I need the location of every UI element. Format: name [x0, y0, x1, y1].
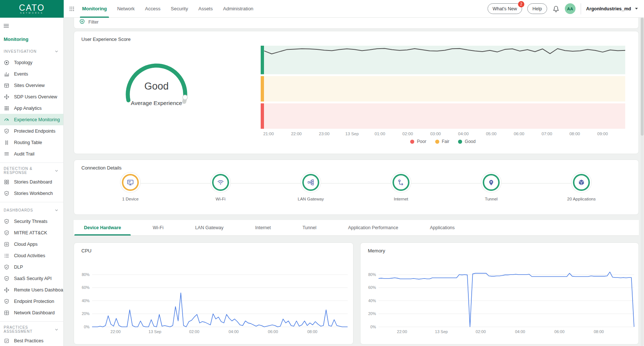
- sidebar-section-detection-response[interactable]: DETECTION & RESPONSE: [0, 165, 63, 176]
- connection-node-label: 20 Applications: [567, 197, 595, 201]
- tab-internet[interactable]: Internet: [246, 220, 280, 235]
- gauge-value-label: Good: [120, 81, 193, 92]
- avatar[interactable]: AA: [565, 3, 576, 14]
- sidebar-item-cloud-apps[interactable]: Cloud Apps: [0, 238, 63, 250]
- legend-dot: [435, 140, 439, 144]
- svg-text:0%: 0%: [370, 325, 376, 329]
- sidebar-item-topology[interactable]: Topology: [0, 57, 63, 68]
- tab-wi-fi[interactable]: Wi-Fi: [143, 220, 173, 235]
- sidebar-item-remote-users-dashboard[interactable]: Remote Users Dashboard: [0, 284, 63, 296]
- sites-overview-icon: [4, 83, 10, 88]
- nav-item-administration[interactable]: Administration: [223, 0, 253, 18]
- connection-node-1-device[interactable]: 1 Device: [103, 174, 158, 201]
- tab-device-hardware[interactable]: Device Hardware: [74, 220, 131, 235]
- sidebar-item-endpoint-protection[interactable]: Endpoint Protection: [0, 296, 63, 307]
- chevron-down-icon: [54, 49, 59, 54]
- sidebar-item-security-threats[interactable]: Security Threats: [0, 216, 63, 227]
- caret-down-icon: [634, 6, 639, 11]
- sidebar-section-dashboards[interactable]: DASHBOARDS: [0, 205, 63, 216]
- sidebar-item-network-dashboard[interactable]: Network Dashboard: [0, 307, 63, 318]
- sidebar-item-mitre-att-ck[interactable]: MITRE ATT&CK: [0, 227, 63, 238]
- cato-logo[interactable]: CATO NETWORKS: [0, 0, 64, 18]
- shield-check-icon: [4, 276, 10, 282]
- sidebar-item-label: MITRE ATT&CK: [14, 230, 47, 235]
- sidebar-item-routing-table[interactable]: Routing Table: [0, 137, 63, 148]
- legend-item-good[interactable]: Good: [458, 139, 475, 144]
- nav-item-access[interactable]: Access: [145, 0, 161, 18]
- svg-text:04:00: 04:00: [515, 329, 525, 334]
- list-icon: [4, 253, 10, 259]
- connection-node-internet[interactable]: Internet: [373, 174, 429, 201]
- svg-text:02:00: 02:00: [476, 329, 486, 334]
- notifications-bell-icon[interactable]: [552, 5, 560, 13]
- app-launcher-icon[interactable]: [69, 6, 75, 12]
- svg-text:80%: 80%: [368, 272, 376, 277]
- chevron-down-icon: [54, 327, 59, 332]
- wifi-icon: [212, 174, 229, 191]
- help-label: Help: [532, 6, 542, 11]
- sidebar-item-dlp[interactable]: DLP: [0, 261, 63, 273]
- svg-text:04:00: 04:00: [458, 132, 469, 136]
- svg-text:0%: 0%: [84, 325, 89, 329]
- legend-dot: [410, 140, 414, 144]
- connection-details-card: Connection Details 1 DeviceWi-FiLAN Gate…: [74, 160, 639, 215]
- whats-new-button[interactable]: What's New 2: [488, 3, 522, 14]
- account-menu[interactable]: ArgonIndustries_md: [586, 6, 639, 11]
- sidebar-item-sites-overview[interactable]: Sites Overview: [0, 80, 63, 91]
- connection-node-wi-fi[interactable]: Wi-Fi: [193, 174, 248, 201]
- svg-text:07:00: 07:00: [542, 132, 552, 136]
- shield-check-icon: [4, 128, 10, 134]
- sidebar-item-events[interactable]: Events: [0, 68, 63, 80]
- connection-nodes: 1 DeviceWi-FiLAN GatewayInternetTunnel20…: [74, 160, 638, 214]
- sidebar-item-sdp-users-overview[interactable]: SDP Users Overview: [0, 91, 63, 102]
- sidebar-item-audit-trail[interactable]: Audit Trail: [0, 148, 63, 160]
- cpu-chart-holder: 0%20%40%60%80%22:0013 Sep02:0004:0006:00…: [74, 253, 350, 343]
- svg-text:80%: 80%: [82, 272, 89, 277]
- add-filter-button[interactable]: Filter: [74, 18, 99, 28]
- sidebar-item-app-analytics[interactable]: App Analytics: [0, 102, 63, 114]
- vertical-scrollbar[interactable]: [641, 18, 644, 346]
- sidebar-item-cloud-activities[interactable]: Cloud Activities: [0, 250, 63, 261]
- svg-text:20%: 20%: [368, 311, 376, 316]
- scrollbar-thumb[interactable]: [641, 18, 644, 136]
- gauge-caption: Average Experience: [120, 100, 193, 106]
- tab-applications[interactable]: Applications: [420, 220, 464, 235]
- nav-item-monitoring[interactable]: Monitoring: [82, 0, 107, 18]
- memory-card-title: Memory: [368, 248, 385, 254]
- tab-lan-gateway[interactable]: LAN Gateway: [186, 220, 233, 235]
- svg-text:22:00: 22:00: [110, 329, 121, 334]
- device-icon: [122, 174, 139, 191]
- header-actions: What's New 2 Help AA ArgonIndustries_md: [488, 3, 644, 14]
- sidebar-item-label: Cloud Activities: [14, 253, 45, 258]
- svg-text:04:00: 04:00: [229, 329, 239, 334]
- sidebar-item-experience-monitoring[interactable]: Experience Monitoring: [0, 114, 63, 125]
- sidebar-item-stories-dashboard[interactable]: Stories Dashboard: [0, 176, 63, 188]
- sidebar-section-practices-assessment[interactable]: PRACTICES ASSESSMENT: [0, 324, 63, 335]
- hamburger-icon[interactable]: [3, 22, 10, 29]
- score-band-chart: 21:0022:0023:0013 Sep01:0002:0003:0004:0…: [261, 46, 625, 139]
- connection-node-lan-gateway[interactable]: LAN Gateway: [283, 174, 338, 201]
- nav-item-network[interactable]: Network: [117, 0, 135, 18]
- legend-item-fair[interactable]: Fair: [435, 139, 450, 144]
- cpu-card-title: CPU: [81, 248, 91, 254]
- help-button[interactable]: Help: [527, 3, 547, 14]
- nav-item-assets[interactable]: Assets: [198, 0, 213, 18]
- sidebar-item-label: SDP Users Overview: [14, 94, 57, 99]
- legend-item-poor[interactable]: Poor: [410, 139, 426, 144]
- move-icon: [4, 287, 10, 293]
- sidebar-item-protected-endpoints[interactable]: Protected Endpoints: [0, 125, 63, 137]
- ux-card-title: User Experience Score: [81, 36, 131, 42]
- sidebar-section-investigation[interactable]: INVESTIGATION: [0, 46, 63, 57]
- connection-node-tunnel[interactable]: Tunnel: [464, 174, 519, 201]
- sidebar-item-best-practices[interactable]: Best Practices: [0, 335, 63, 346]
- tab-tunnel[interactable]: Tunnel: [293, 220, 326, 235]
- nav-item-security[interactable]: Security: [171, 0, 188, 18]
- sidebar-item-stories-workbench[interactable]: Stories Workbench: [0, 188, 63, 199]
- connection-node-label: 1 Device: [122, 197, 139, 201]
- connection-node-20-applications[interactable]: 20 Applications: [554, 174, 609, 201]
- stories-dashboard-icon: [4, 179, 10, 185]
- sidebar-item-label: Sites Overview: [14, 83, 45, 88]
- svg-text:22:00: 22:00: [397, 329, 407, 334]
- sidebar-item-saas-security-api[interactable]: SaaS Security API: [0, 273, 63, 284]
- tab-application-performance[interactable]: Application Performance: [338, 220, 408, 235]
